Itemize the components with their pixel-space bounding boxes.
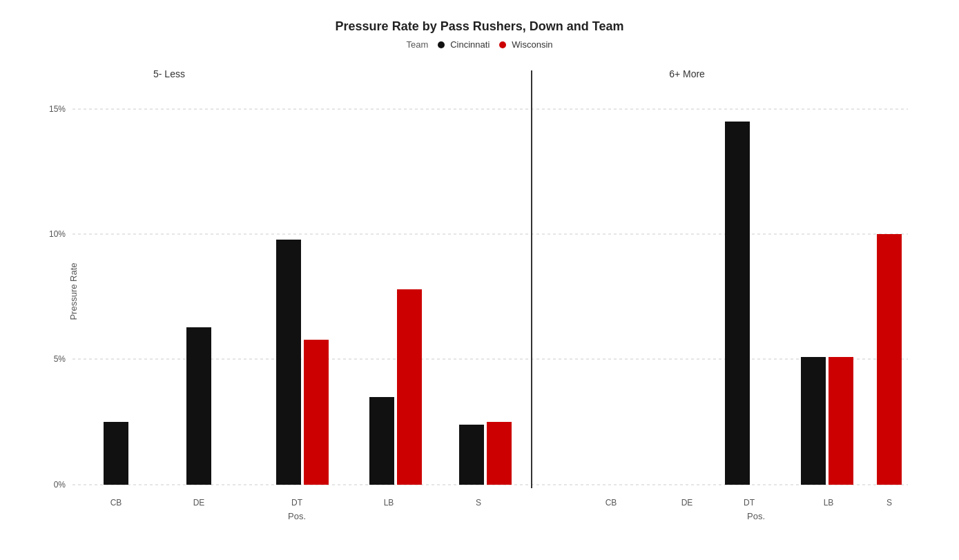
bar-s1-dt-cin: [276, 240, 301, 485]
bar-s2-s-wis: [877, 234, 902, 485]
svg-text:S: S: [475, 498, 481, 508]
svg-text:Pos.: Pos.: [746, 511, 764, 521]
chart-title: Pressure Rate by Pass Rushers, Down and …: [336, 19, 624, 34]
svg-text:15%: 15%: [48, 104, 65, 114]
chart-container: Pressure Rate by Pass Rushers, Down and …: [0, 0, 959, 560]
svg-text:CB: CB: [110, 498, 122, 508]
svg-text:0%: 0%: [53, 480, 66, 490]
svg-text:LB: LB: [823, 498, 833, 508]
bar-s2-dt-cin: [725, 122, 750, 485]
svg-text:DT: DT: [291, 498, 303, 508]
svg-text:DE: DE: [193, 498, 204, 508]
bar-s2-lb-cin: [801, 357, 826, 485]
svg-text:S: S: [886, 498, 891, 508]
svg-text:5- Less: 5- Less: [153, 68, 185, 79]
cincinnati-dot: [438, 41, 445, 48]
bar-s1-s-cin: [459, 425, 484, 485]
chart-svg: 0% 5% 10% 15% 5- Less 6+ More: [31, 57, 929, 526]
svg-text:Pos.: Pos.: [287, 511, 305, 521]
svg-text:LB: LB: [383, 498, 394, 508]
bar-s1-s-wis: [487, 422, 512, 485]
wisconsin-dot: [499, 41, 506, 48]
svg-text:5%: 5%: [53, 354, 66, 364]
svg-text:6+ More: 6+ More: [669, 68, 705, 79]
y-axis-label: Pressure Rate: [68, 262, 79, 320]
svg-text:DT: DT: [744, 498, 755, 508]
bar-s2-lb-wis: [829, 357, 853, 485]
bar-s1-cb-cin: [104, 422, 128, 485]
chart-legend: Team Cincinnati Wisconsin: [406, 39, 552, 50]
svg-text:DE: DE: [681, 498, 692, 508]
bar-s1-de-cin: [186, 327, 211, 485]
svg-text:CB: CB: [605, 498, 617, 508]
legend-label: Team: [406, 39, 428, 50]
bar-s1-lb-cin: [369, 397, 394, 485]
svg-text:10%: 10%: [48, 229, 65, 239]
cincinnati-label: Cincinnati: [450, 39, 490, 50]
bar-s1-dt-wis: [304, 340, 329, 485]
wisconsin-label: Wisconsin: [512, 39, 552, 50]
bar-s1-lb-wis: [397, 289, 422, 485]
